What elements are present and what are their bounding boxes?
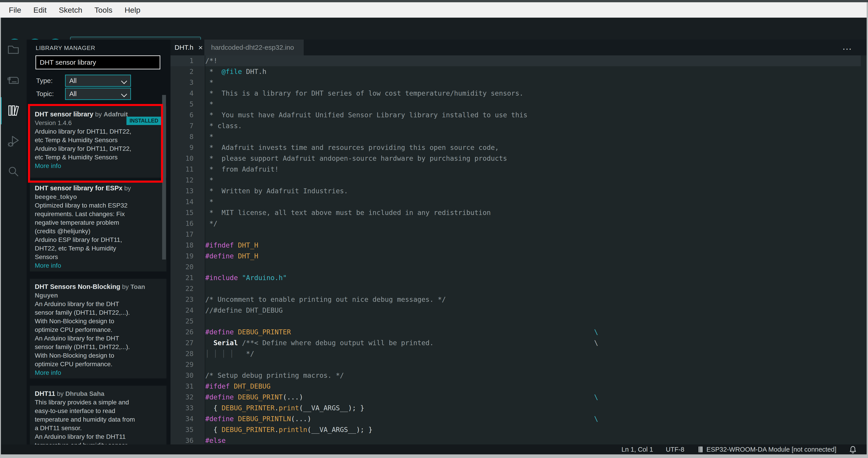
code-segment-mac: DEBUG_PRINTER (221, 426, 275, 434)
code-segment-cm: * This is a library for DHT series of lo… (205, 89, 523, 97)
entry-description-line: An Arduino library for the DHT (35, 300, 161, 308)
line-number: 33 (170, 403, 205, 413)
code-segment-txt: ); } (356, 426, 372, 434)
code-segment-txt: { (205, 426, 221, 434)
line-number: 17 (170, 229, 205, 240)
code-segment-txt (234, 252, 238, 260)
line-number: 34 (170, 413, 205, 424)
sidebar-item-debug[interactable] (6, 135, 20, 148)
line-number: 8 (170, 131, 205, 142)
line-number: 11 (170, 164, 205, 175)
code-segment-bs: \ (594, 392, 598, 403)
code-line: #define DHT_H (205, 251, 861, 262)
code-segment-kw: #include (205, 274, 238, 282)
code-editor[interactable]: 1234567891011121314151617181920212223242… (170, 55, 867, 445)
entry-description-line: optimize CPU performance. (35, 325, 161, 334)
code-segment-kw: #ifndef (205, 241, 234, 249)
entry-description-line: optimize CPU performance. (35, 360, 161, 369)
entry-author: beegee_tokyo (35, 193, 77, 200)
code-segment-cm: * MIT license, all text above must be in… (205, 209, 491, 217)
code-segment-kw: #define (205, 393, 234, 401)
code-segment-cm: //#define DHT_DEBUG (205, 306, 283, 314)
code-line: * (205, 77, 861, 88)
code-line (205, 283, 861, 294)
entry-name: DHT sensor library for ESPx (35, 184, 122, 192)
code-segment-cm: /**< Define where debug output will be p… (242, 339, 434, 347)
line-number: 28 (170, 348, 205, 359)
list-item-library-entry[interactable]: DHT Sensors Non-Blocking by Toan NguyenA… (30, 279, 166, 378)
bell-icon[interactable] (849, 445, 857, 454)
entry-description-line: An Arduino library for the DHT11 (35, 432, 161, 441)
code-line: //#define DHT_DEBUG (205, 305, 861, 316)
status-board-label: ESP32-WROOM-DA Module [not connected] (707, 446, 836, 453)
more-info-link[interactable]: More info (35, 261, 161, 270)
entry-by: by (122, 185, 131, 192)
menu-item-help[interactable]: Help (119, 2, 147, 18)
code-segment-txt (234, 393, 238, 401)
tab-hardcoded-dht22-esp32.ino[interactable]: hardcoded-dht22-esp32.ino (204, 39, 304, 55)
line-number: 4 (170, 88, 205, 99)
line-number: 22 (170, 283, 205, 294)
sidebar-item-search[interactable] (6, 165, 20, 179)
entry-description-line: DHT22, etc Temp & Humidity (35, 244, 161, 253)
status-board-info[interactable]: ESP32-WROOM-DA Module [not connected] (697, 445, 836, 454)
code-segment-cm: * (205, 79, 213, 86)
code-line: #ifdef DHT_DEBUG (205, 381, 861, 392)
menu-bar: FileEditSketchToolsHelp (0, 2, 868, 18)
list-item-library-entry[interactable]: DHT11 by Dhruba SahaThis library provide… (30, 386, 166, 445)
sidebar-item-sketchbook[interactable] (6, 43, 20, 57)
entry-description-line: Sensors (35, 253, 161, 261)
debug-icon (6, 135, 20, 148)
code-line: #ifndef DHT_H (205, 240, 861, 251)
code-segment-cm: * (205, 100, 213, 108)
library-manager-panel: LIBRARY MANAGER Type: All Topic: All DHT… (27, 39, 170, 445)
code-line: * from Adafruit! (205, 164, 861, 175)
line-number: 12 (170, 175, 205, 185)
line-number: 5 (170, 99, 205, 110)
code-segment-kw: #define (205, 328, 234, 336)
tab-DHT.h[interactable]: DHT.h× (170, 39, 204, 55)
code-segment-cmb: DHT.h (242, 67, 267, 76)
close-icon[interactable]: × (198, 43, 203, 52)
more-info-link[interactable]: More info (35, 369, 161, 377)
tab-overflow-button[interactable]: … (842, 39, 853, 53)
entry-description-line: Optimized libray to match ESP32 (35, 201, 161, 210)
menu-item-tools[interactable]: Tools (88, 2, 118, 18)
entry-description-line: With Non-Blocking design to (35, 351, 161, 360)
code-segment-cm: */ (205, 220, 217, 227)
menu-item-file[interactable]: File (3, 2, 27, 18)
sidebar-item-boards-manager[interactable] (6, 74, 20, 87)
highlight-box (28, 104, 163, 183)
code-line: * You must have Adafruit Unified Sensor … (205, 110, 861, 120)
entry-description-line: a DHT11 sensor. (35, 424, 161, 432)
code-line: { DEBUG_PRINTER.println(__VA_ARGS__); } (205, 424, 861, 435)
code-line: * Adafruit invests time and resources pr… (205, 142, 861, 153)
arduino-ide-window: FileEditSketchToolsHelp (0, 0, 868, 458)
line-number: 10 (170, 153, 205, 164)
line-number: 27 (170, 338, 205, 348)
code-segment-mac: DHT_H (238, 252, 258, 260)
sidebar-item-library-manager[interactable] (6, 104, 20, 118)
entry-description-line: An Arduino library for the DHT (35, 334, 161, 343)
menu-item-edit[interactable]: Edit (27, 2, 53, 18)
toolbar: ESP32-WROOM-DA Module ▼ (0, 18, 868, 39)
entry-description-line: Arduino ESP library for DHT11, (35, 235, 161, 244)
editor-scrollbar[interactable] (861, 55, 867, 187)
menu-item-sketch[interactable]: Sketch (53, 2, 88, 18)
code-segment-cm: /*! (205, 57, 217, 65)
cursor-position[interactable]: Ln 1, Col 1 (621, 446, 653, 453)
library-books-icon (6, 104, 20, 118)
code-segment-arg: __VA_ARGS__ (303, 404, 348, 412)
folder-icon (6, 43, 20, 57)
code-segment-str: "Arduino.h" (242, 274, 287, 282)
line-number: 2 (170, 66, 205, 77)
tab-label: DHT.h (175, 44, 193, 51)
entry-author: Dhruba Saha (65, 390, 104, 397)
code-segment-mac: DHT_DEBUG (234, 382, 271, 390)
line-number: 15 (170, 207, 205, 218)
list-item-library-entry[interactable]: DHT sensor library for ESPx by beegee_to… (30, 180, 166, 271)
code-segment-txt (230, 382, 234, 390)
line-number: 35 (170, 424, 205, 435)
code-segment-mac: DEBUG_PRINTER (221, 404, 275, 412)
entry-description-line: This library provides a simple and (35, 398, 161, 407)
